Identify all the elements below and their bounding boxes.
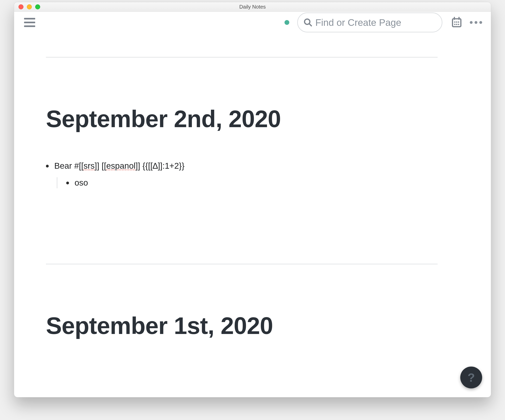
bullet-icon[interactable] (66, 182, 69, 184)
sync-status-indicator[interactable] (284, 20, 289, 25)
help-button[interactable]: ? (460, 367, 482, 389)
svg-point-7 (458, 21, 459, 23)
note-blocks: Bear #[[srs]] [[espanol]] {{[[∆]]:1+2}} … (46, 160, 438, 188)
app-window: Daily Notes (14, 2, 491, 397)
svg-point-10 (458, 24, 459, 25)
svg-rect-2 (453, 19, 461, 27)
search-input[interactable] (315, 17, 436, 28)
bullet-icon[interactable] (46, 165, 49, 167)
text-segment: ]] {{[[∆]]:1+2}} (136, 161, 184, 170)
svg-point-9 (456, 24, 457, 25)
block[interactable]: oso (66, 177, 438, 189)
window-title: Daily Notes (14, 4, 491, 10)
maximize-window-button[interactable] (35, 4, 40, 9)
help-icon: ? (468, 371, 475, 384)
search-icon (303, 18, 313, 27)
block[interactable]: Bear #[[srs]] [[espanol]] {{[[∆]]:1+2}} (46, 160, 438, 172)
calendar-icon[interactable] (451, 17, 462, 28)
window-controls (19, 4, 40, 9)
note-separator (46, 57, 438, 57)
note-separator (46, 264, 438, 264)
block-children: oso (57, 177, 438, 189)
menu-icon[interactable] (24, 18, 35, 27)
close-window-button[interactable] (19, 4, 24, 9)
svg-point-6 (456, 21, 457, 23)
text-segment: Bear #[[ (54, 161, 83, 170)
svg-line-1 (309, 24, 312, 26)
svg-point-8 (454, 24, 455, 25)
minimize-window-button[interactable] (27, 4, 32, 9)
svg-point-5 (454, 21, 455, 23)
block-text[interactable]: oso (75, 177, 88, 189)
note-title[interactable]: September 2nd, 2020 (46, 105, 438, 133)
toolbar (14, 12, 491, 33)
block-text[interactable]: Bear #[[srs]] [[espanol]] {{[[∆]]:1+2}} (54, 160, 184, 172)
text-segment: srs (83, 161, 95, 170)
text-segment: ]] [[ (95, 161, 106, 170)
search-box[interactable] (297, 12, 442, 32)
content-area: September 2nd, 2020 Bear #[[srs]] [[espa… (14, 33, 491, 397)
titlebar: Daily Notes (14, 2, 491, 12)
text-segment: oso (75, 178, 88, 187)
more-icon[interactable] (470, 21, 482, 24)
note-title[interactable]: September 1st, 2020 (46, 312, 438, 339)
text-segment: espanol (106, 161, 135, 170)
